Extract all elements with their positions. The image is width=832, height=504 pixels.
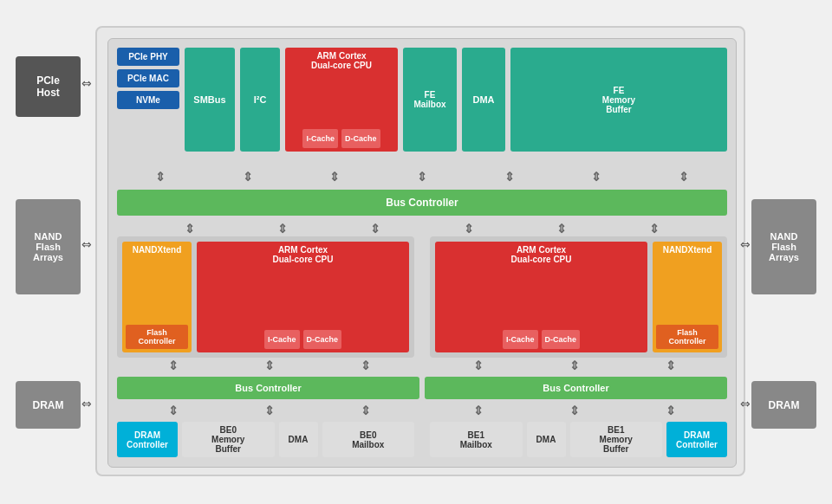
arrow-4: ⇕ <box>417 170 427 184</box>
arrow-bb-4: ⇕ <box>473 404 484 417</box>
dram-right-arrow: ⇔ <box>740 397 751 410</box>
be-bottom-left: DRAM Controller BE0 Memory Buffer DMA BE… <box>117 422 414 457</box>
be0-mem-buf-label: BE0 Memory Buffer <box>211 425 244 454</box>
dram-left-block: DRAM <box>16 381 81 429</box>
arrow-3: ⇕ <box>329 170 340 184</box>
top-section: PCIe PHY PCIe MAC NVMe SMBus I²C <box>108 39 736 169</box>
arrows-row-4: ⇕ ⇕ ⇕ ⇕ ⇕ ⇕ <box>108 403 736 418</box>
nand-right-arrow: ⇔ <box>740 237 751 251</box>
cache-row-top: I-Cache D-Cache <box>302 129 380 148</box>
nandxtend-right-label: NANDXtend <box>663 245 712 255</box>
cache-row-mid-right: I-Cache D-Cache <box>503 330 580 349</box>
be0-mailbox-block: BE0 Mailbox <box>322 422 415 457</box>
dram-right-block: DRAM <box>751 381 816 429</box>
dcache-mid-right: D-Cache <box>542 330 581 349</box>
bottom-section: DRAM Controller BE0 Memory Buffer DMA BE… <box>108 418 736 461</box>
arrow-bb-6: ⇕ <box>666 404 676 417</box>
pcie-mac-label: PCIe MAC <box>127 74 169 83</box>
be1-mailbox-label: BE1 Mailbox <box>460 430 492 449</box>
be0-mem-buf-block: BE0 Memory Buffer <box>182 422 275 457</box>
nvme-label: NVMe <box>136 95 160 105</box>
dram-right-label: DRAM <box>769 399 800 411</box>
be1-mem-buf-label: BE1 Memory Buffer <box>600 425 633 454</box>
fe-mem-buffer-block: FE Memory Buffer <box>510 48 727 152</box>
nandxtend-left-label: NANDXtend <box>133 245 182 255</box>
nandxtend-right-block: NANDXtend Flash Controller <box>653 242 722 352</box>
arm-cpu-mid-right-block: ARM Cortex Dual-core CPU I-Cache D-Cache <box>435 242 647 352</box>
nand-flash-left-block: NAND Flash Arrays <box>16 199 81 294</box>
arrows-row-2: ⇕ ⇕ ⇕ ⇕ ⇕ ⇕ <box>108 221 736 236</box>
pcie-phy-label: PCIe PHY <box>128 52 168 61</box>
bus-controller-top: Bus Controller <box>117 190 727 216</box>
arrow-bot-6: ⇕ <box>666 359 676 372</box>
icache-top-label: I-Cache <box>306 134 335 143</box>
arrow-7: ⇕ <box>679 170 689 184</box>
be-bottom-right: BE1 Mailbox DMA BE1 Memory Buffer DRAM C… <box>430 422 727 457</box>
dma-bot-left-block: DMA <box>279 422 318 457</box>
flash-ctrl-right: Flash Controller <box>656 325 718 349</box>
arrows-row-3: ⇕ ⇕ ⇕ ⇕ ⇕ ⇕ <box>108 358 736 373</box>
dram-ctrl-right-label: DRAM Controller <box>676 430 718 449</box>
arrow-5: ⇕ <box>504 170 515 184</box>
icache-top: I-Cache <box>302 129 338 148</box>
arrow-bot-4: ⇕ <box>473 359 484 372</box>
flash-ctrl-right-label: Flash Controller <box>668 328 705 346</box>
icache-mid-right-label: I-Cache <box>506 335 535 344</box>
arrow-bb-2: ⇕ <box>264 404 275 417</box>
pcie-mac-block: PCIe MAC <box>117 69 179 87</box>
dram-ctrl-right-block: DRAM Controller <box>666 422 727 457</box>
arrow-bb-3: ⇕ <box>361 404 371 417</box>
smbus-label: SMBus <box>193 94 225 105</box>
nand-flash-right-block: NAND Flash Arrays <box>751 199 816 294</box>
arrow-bot-5: ⇕ <box>569 359 580 372</box>
bottom-spacer <box>419 422 425 457</box>
i2c-label: I²C <box>254 94 267 105</box>
arrow-bot-2: ⇕ <box>264 359 275 372</box>
arrow-bb-5: ⇕ <box>569 404 580 417</box>
inner-board: PCIe PHY PCIe MAC NVMe SMBus I²C <box>107 38 737 468</box>
fe-mem-buffer-label: FE Memory Buffer <box>602 86 635 114</box>
cache-row-mid-left: I-Cache D-Cache <box>264 330 341 349</box>
dcache-top-label: D-Cache <box>345 134 377 143</box>
arrow-mid-1: ⇕ <box>185 222 195 236</box>
smbus-block: SMBus <box>185 48 235 152</box>
dma-bot-right-label: DMA <box>536 435 556 444</box>
dma-bot-left-label: DMA <box>289 435 309 444</box>
arrow-mid-4: ⇕ <box>464 222 474 236</box>
dcache-top: D-Cache <box>341 129 380 148</box>
be0-mailbox-label: BE0 Mailbox <box>352 430 384 449</box>
arm-cpu-top-block: ARM Cortex Dual-core CPU I-Cache D-Cache <box>285 48 398 152</box>
dcache-mid-right-label: D-Cache <box>545 335 577 344</box>
dma-top-label: DMA <box>472 94 494 105</box>
arrow-6: ⇕ <box>591 170 601 184</box>
fe-mailbox-block: FE Mailbox <box>403 48 457 152</box>
be1-mailbox-block: BE1 Mailbox <box>430 422 523 457</box>
be1-mem-buf-block: BE1 Memory Buffer <box>570 422 663 457</box>
bus-ctrl-left-label: Bus Controller <box>235 383 301 393</box>
dram-left-arrow: ⇔ <box>81 397 92 410</box>
dcache-mid-left: D-Cache <box>303 330 342 349</box>
arrow-mid-5: ⇕ <box>556 222 567 236</box>
nand-flash-left-label: NAND Flash Arrays <box>33 231 63 262</box>
nvme-block: NVMe <box>117 91 179 109</box>
arrow-bb-1: ⇕ <box>168 404 179 417</box>
flash-ctrl-left: Flash Controller <box>126 325 188 349</box>
dcache-mid-left-label: D-Cache <box>307 335 339 344</box>
icache-mid-left-label: I-Cache <box>268 335 296 344</box>
arrows-row-1: ⇕ ⇕ ⇕ ⇕ ⇕ ⇕ ⇕ <box>108 169 736 184</box>
icache-mid-left: I-Cache <box>264 330 300 349</box>
diagram-container: PCIe Host NAND Flash Arrays DRAM NAND Fl… <box>9 9 823 495</box>
pcie-host-block: PCIe Host <box>16 56 81 117</box>
arrow-bot-1: ⇕ <box>168 359 179 372</box>
be-left-section: NANDXtend Flash Controller ARM Cortex Du… <box>117 236 414 358</box>
be-right-section: ARM Cortex Dual-core CPU I-Cache D-Cache <box>430 236 727 358</box>
i2c-block: I²C <box>240 48 280 152</box>
nand-flash-right-label: NAND Flash Arrays <box>769 231 799 262</box>
bus-ctrl-right: Bus Controller <box>425 377 727 399</box>
arrow-mid-3: ⇕ <box>370 222 380 236</box>
pcie-stack: PCIe PHY PCIe MAC NVMe <box>117 48 179 109</box>
arm-cpu-mid-left-block: ARM Cortex Dual-core CPU I-Cache D-Cache <box>197 242 409 352</box>
arrow-mid-2: ⇕ <box>277 222 288 236</box>
arrow-bot-3: ⇕ <box>361 359 371 372</box>
bus-ctrl-left: Bus Controller <box>117 377 419 399</box>
